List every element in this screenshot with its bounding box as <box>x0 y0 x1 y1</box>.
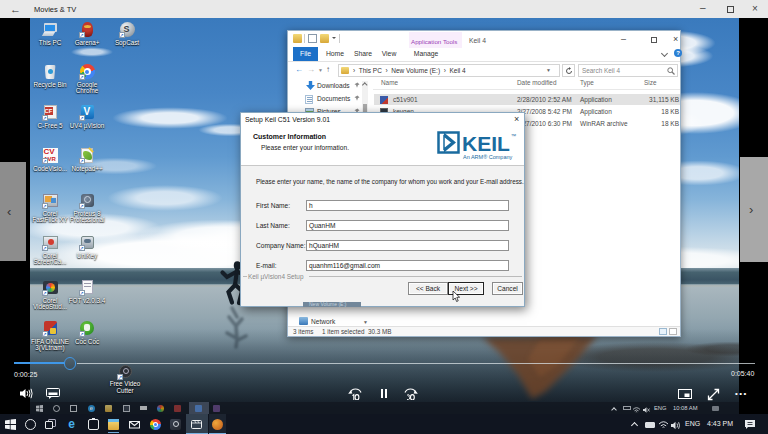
svg-text:™: ™ <box>511 133 517 139</box>
svg-text:An ARM® Company: An ARM® Company <box>463 154 513 160</box>
svg-text:KEIL: KEIL <box>462 132 510 155</box>
